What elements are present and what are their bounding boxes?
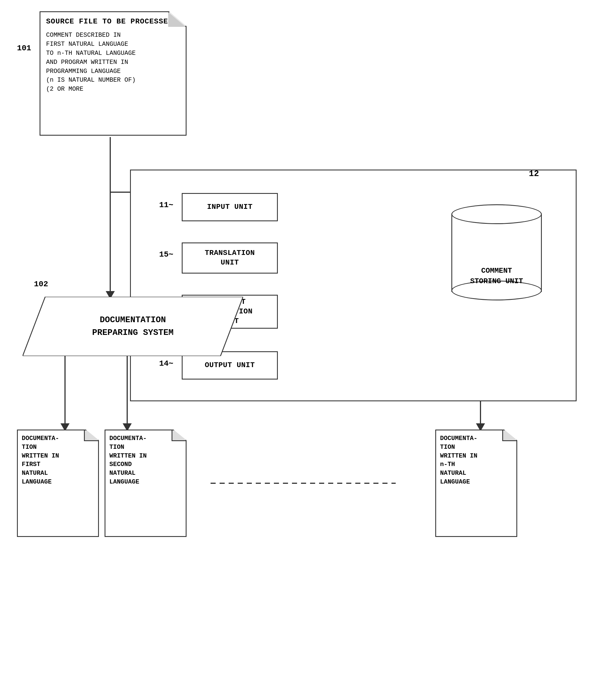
svg-marker-16	[23, 297, 243, 356]
translation-unit-label: TRANSLATIONUNIT	[205, 248, 255, 268]
doc-104-fold	[172, 430, 186, 441]
doc-105-box: DOCUMENTA-TIONWRITTEN INn-THNATURALLANGU…	[435, 429, 517, 537]
doc-103-fold	[84, 430, 98, 441]
source-file-body: COMMENT DESCRIBED IN FIRST NATURAL LANGU…	[41, 28, 186, 97]
cylinder-top	[451, 204, 542, 224]
label-15: 15~	[159, 250, 173, 259]
doc-preparing-container: DOCUMENTATION PREPARING SYSTEM	[23, 297, 243, 357]
label-14: 14~	[159, 359, 173, 368]
doc-105-wrapper: DOCUMENTA-TIONWRITTEN INn-THNATURALLANGU…	[435, 429, 472, 441]
doc-104-box: DOCUMENTA-TIONWRITTEN INSECONDNATURALLAN…	[105, 429, 186, 537]
cylinder-container: COMMENTSTORING UNIT	[451, 204, 542, 300]
input-unit-box: INPUT UNIT	[182, 193, 278, 221]
translation-unit-box: TRANSLATIONUNIT	[182, 243, 278, 274]
doc-103-box: DOCUMENTA-TIONWRITTEN INFIRSTNATURALLANG…	[17, 429, 99, 537]
doc-105-fold	[502, 430, 517, 441]
svg-text:PREPARING SYSTEM: PREPARING SYSTEM	[92, 328, 174, 338]
corner-fold	[168, 12, 186, 27]
cylinder: COMMENTSTORING UNIT	[451, 204, 542, 300]
label-102: 102	[34, 280, 48, 289]
main-system-box: INPUT UNIT 11~ TRANSLATIONUNIT 15~ COMME…	[130, 170, 577, 401]
svg-text:DOCUMENTATION: DOCUMENTATION	[100, 315, 166, 325]
label-101: 101	[17, 44, 31, 53]
parallelogram-svg: DOCUMENTATION PREPARING SYSTEM	[23, 297, 243, 356]
label-12: 12	[529, 169, 539, 179]
label-11: 11~	[159, 201, 173, 209]
cylinder-label: COMMENTSTORING UNIT	[451, 266, 542, 286]
diagram: SOURCE FILE TO BE PROCESSED COMMENT DESC…	[0, 0, 604, 700]
doc-103-wrapper: DOCUMENTA-TIONWRITTEN INFIRSTNATURALLANG…	[17, 429, 54, 441]
source-file-title: SOURCE FILE TO BE PROCESSED	[41, 12, 186, 28]
input-unit-label: INPUT UNIT	[207, 202, 252, 212]
doc-104-wrapper: DOCUMENTA-TIONWRITTEN INSECONDNATURALLAN…	[105, 429, 141, 441]
output-unit-label: OUTPUT UNIT	[205, 360, 255, 370]
source-file-box: SOURCE FILE TO BE PROCESSED COMMENT DESC…	[40, 11, 186, 136]
